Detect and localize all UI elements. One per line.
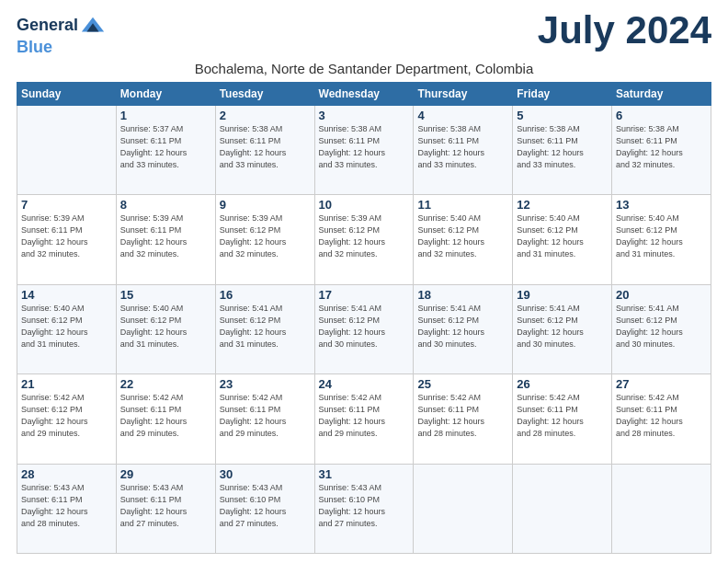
day-info: Sunrise: 5:43 AMSunset: 6:11 PMDaylight:… [21, 482, 112, 530]
day-info: Sunrise: 5:41 AMSunset: 6:12 PMDaylight:… [417, 303, 508, 350]
calendar-cell: 10Sunrise: 5:39 AMSunset: 6:12 PMDayligh… [314, 195, 414, 284]
day-info: Sunrise: 5:41 AMSunset: 6:12 PMDaylight:… [319, 303, 410, 350]
day-info: Sunrise: 5:40 AMSunset: 6:12 PMDaylight:… [616, 213, 707, 260]
calendar-cell: 8Sunrise: 5:39 AMSunset: 6:11 PMDaylight… [116, 195, 215, 284]
day-info: Sunrise: 5:38 AMSunset: 6:11 PMDaylight:… [220, 123, 311, 171]
day-number: 8 [120, 198, 211, 212]
calendar-cell: 17Sunrise: 5:41 AMSunset: 6:12 PMDayligh… [314, 284, 414, 373]
day-number: 16 [220, 288, 311, 302]
calendar-cell: 29Sunrise: 5:43 AMSunset: 6:11 PMDayligh… [116, 464, 215, 553]
title-section: July 2024 [538, 9, 711, 52]
col-thursday: Thursday [414, 82, 513, 105]
calendar: Sunday Monday Tuesday Wednesday Thursday… [17, 82, 711, 554]
day-number: 14 [21, 288, 112, 302]
day-number: 28 [21, 467, 112, 481]
day-info: Sunrise: 5:42 AMSunset: 6:11 PMDaylight:… [417, 392, 508, 440]
calendar-cell: 20Sunrise: 5:41 AMSunset: 6:12 PMDayligh… [612, 284, 711, 373]
calendar-cell: 9Sunrise: 5:39 AMSunset: 6:12 PMDaylight… [215, 195, 314, 284]
day-number: 15 [120, 288, 211, 302]
day-number: 18 [417, 288, 508, 302]
day-info: Sunrise: 5:42 AMSunset: 6:11 PMDaylight:… [120, 392, 211, 440]
calendar-cell: 24Sunrise: 5:42 AMSunset: 6:11 PMDayligh… [314, 374, 414, 464]
day-number: 7 [21, 198, 112, 212]
calendar-cell [612, 464, 711, 553]
calendar-week-1: 1Sunrise: 5:37 AMSunset: 6:11 PMDaylight… [17, 105, 711, 194]
calendar-cell: 30Sunrise: 5:43 AMSunset: 6:10 PMDayligh… [215, 464, 314, 553]
day-number: 10 [319, 198, 410, 212]
day-info: Sunrise: 5:39 AMSunset: 6:11 PMDaylight:… [21, 213, 112, 260]
day-number: 5 [517, 109, 608, 122]
day-number: 21 [21, 377, 112, 391]
calendar-cell [513, 464, 612, 553]
day-number: 27 [616, 377, 707, 391]
calendar-cell: 23Sunrise: 5:42 AMSunset: 6:11 PMDayligh… [215, 374, 314, 464]
day-info: Sunrise: 5:38 AMSunset: 6:11 PMDaylight:… [616, 123, 707, 171]
day-info: Sunrise: 5:40 AMSunset: 6:12 PMDaylight:… [417, 213, 508, 260]
calendar-week-5: 28Sunrise: 5:43 AMSunset: 6:11 PMDayligh… [17, 464, 711, 553]
calendar-cell: 15Sunrise: 5:40 AMSunset: 6:12 PMDayligh… [116, 284, 215, 373]
day-number: 11 [417, 198, 508, 212]
day-info: Sunrise: 5:38 AMSunset: 6:11 PMDaylight:… [319, 123, 410, 171]
calendar-cell: 6Sunrise: 5:38 AMSunset: 6:11 PMDaylight… [612, 105, 711, 194]
col-tuesday: Tuesday [215, 82, 314, 105]
calendar-cell: 16Sunrise: 5:41 AMSunset: 6:12 PMDayligh… [215, 284, 314, 373]
day-info: Sunrise: 5:40 AMSunset: 6:12 PMDaylight:… [21, 303, 112, 350]
calendar-cell: 18Sunrise: 5:41 AMSunset: 6:12 PMDayligh… [414, 284, 513, 373]
day-number: 19 [517, 288, 608, 302]
day-info: Sunrise: 5:43 AMSunset: 6:10 PMDaylight:… [319, 482, 410, 530]
day-number: 9 [220, 198, 311, 212]
day-number: 29 [120, 467, 211, 481]
day-info: Sunrise: 5:39 AMSunset: 6:12 PMDaylight:… [319, 213, 410, 260]
day-info: Sunrise: 5:41 AMSunset: 6:12 PMDaylight:… [220, 303, 311, 350]
day-info: Sunrise: 5:43 AMSunset: 6:11 PMDaylight:… [120, 482, 211, 530]
day-number: 24 [319, 377, 410, 391]
calendar-cell: 4Sunrise: 5:38 AMSunset: 6:11 PMDaylight… [414, 105, 513, 194]
day-number: 23 [220, 377, 311, 391]
calendar-week-4: 21Sunrise: 5:42 AMSunset: 6:12 PMDayligh… [17, 374, 711, 464]
day-info: Sunrise: 5:37 AMSunset: 6:11 PMDaylight:… [120, 123, 211, 171]
calendar-cell: 13Sunrise: 5:40 AMSunset: 6:12 PMDayligh… [612, 195, 711, 284]
calendar-header-row: Sunday Monday Tuesday Wednesday Thursday… [17, 82, 711, 105]
calendar-cell: 21Sunrise: 5:42 AMSunset: 6:12 PMDayligh… [17, 374, 117, 464]
main-title: July 2024 [538, 9, 711, 52]
calendar-cell: 26Sunrise: 5:42 AMSunset: 6:11 PMDayligh… [513, 374, 612, 464]
calendar-cell: 19Sunrise: 5:41 AMSunset: 6:12 PMDayligh… [513, 284, 612, 373]
logo: General Blue [17, 13, 106, 57]
calendar-week-2: 7Sunrise: 5:39 AMSunset: 6:11 PMDaylight… [17, 195, 711, 284]
calendar-cell [17, 105, 117, 194]
day-info: Sunrise: 5:40 AMSunset: 6:12 PMDaylight:… [120, 303, 211, 350]
day-number: 1 [120, 109, 211, 122]
calendar-cell: 11Sunrise: 5:40 AMSunset: 6:12 PMDayligh… [414, 195, 513, 284]
day-info: Sunrise: 5:42 AMSunset: 6:11 PMDaylight:… [220, 392, 311, 440]
logo-icon [80, 13, 106, 39]
day-info: Sunrise: 5:41 AMSunset: 6:12 PMDaylight:… [517, 303, 608, 350]
day-info: Sunrise: 5:42 AMSunset: 6:11 PMDaylight:… [517, 392, 608, 440]
day-number: 6 [616, 109, 707, 122]
calendar-cell: 5Sunrise: 5:38 AMSunset: 6:11 PMDaylight… [513, 105, 612, 194]
calendar-cell: 7Sunrise: 5:39 AMSunset: 6:11 PMDaylight… [17, 195, 117, 284]
day-info: Sunrise: 5:40 AMSunset: 6:12 PMDaylight:… [517, 213, 608, 260]
day-number: 13 [616, 198, 707, 212]
logo-text: General [17, 17, 78, 35]
day-number: 22 [120, 377, 211, 391]
calendar-week-3: 14Sunrise: 5:40 AMSunset: 6:12 PMDayligh… [17, 284, 711, 373]
day-info: Sunrise: 5:42 AMSunset: 6:11 PMDaylight:… [616, 392, 707, 440]
calendar-cell: 2Sunrise: 5:38 AMSunset: 6:11 PMDaylight… [215, 105, 314, 194]
day-info: Sunrise: 5:41 AMSunset: 6:12 PMDaylight:… [616, 303, 707, 350]
logo-text-blue: Blue [17, 38, 52, 56]
calendar-cell: 14Sunrise: 5:40 AMSunset: 6:12 PMDayligh… [17, 284, 117, 373]
calendar-cell: 1Sunrise: 5:37 AMSunset: 6:11 PMDaylight… [116, 105, 215, 194]
day-number: 17 [319, 288, 410, 302]
col-friday: Friday [513, 82, 612, 105]
calendar-cell: 27Sunrise: 5:42 AMSunset: 6:11 PMDayligh… [612, 374, 711, 464]
day-info: Sunrise: 5:42 AMSunset: 6:11 PMDaylight:… [319, 392, 410, 440]
calendar-cell [414, 464, 513, 553]
day-number: 20 [616, 288, 707, 302]
calendar-cell: 28Sunrise: 5:43 AMSunset: 6:11 PMDayligh… [17, 464, 117, 553]
col-monday: Monday [116, 82, 215, 105]
day-info: Sunrise: 5:42 AMSunset: 6:12 PMDaylight:… [21, 392, 112, 440]
day-info: Sunrise: 5:39 AMSunset: 6:11 PMDaylight:… [120, 213, 211, 260]
day-number: 30 [220, 467, 311, 481]
day-number: 26 [517, 377, 608, 391]
day-number: 12 [517, 198, 608, 212]
